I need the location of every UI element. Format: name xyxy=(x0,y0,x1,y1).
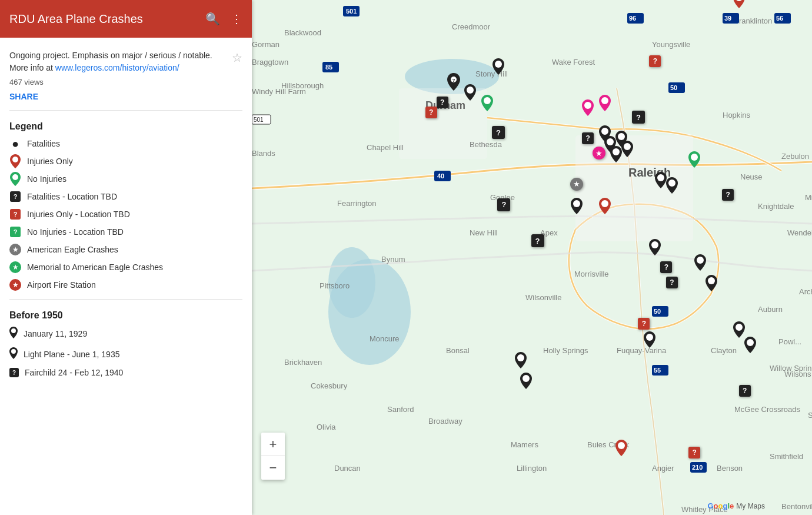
marker-east-2[interactable] xyxy=(666,177,678,196)
marker-pink-1[interactable] xyxy=(582,99,594,118)
marker-wilsons-2[interactable] xyxy=(744,337,756,355)
marker-south-3[interactable]: ? xyxy=(666,277,678,288)
svg-point-100 xyxy=(601,200,608,207)
svg-point-93 xyxy=(584,102,591,109)
share-button[interactable]: SHARE xyxy=(9,92,38,101)
legend-item-fatalities-tbd: ? Fatalities - Location TBD xyxy=(9,191,242,202)
svg-text:Zebulon: Zebulon xyxy=(781,152,809,161)
svg-text:Moncure: Moncure xyxy=(370,334,400,343)
map-area[interactable]: Durham Raleigh Bethesda Chapel Hill Apex… xyxy=(252,0,812,515)
american-eagle-label: American Eagle Crashes xyxy=(27,245,118,254)
marker-se-1[interactable] xyxy=(644,331,655,350)
marker-south-red[interactable]: ? xyxy=(638,318,650,330)
marker-south-2[interactable]: ? xyxy=(660,261,672,273)
more-options-icon[interactable]: ⋮ xyxy=(231,12,242,26)
svg-text:Auburn: Auburn xyxy=(758,305,783,314)
svg-text:Broadway: Broadway xyxy=(428,417,462,426)
list-item-jun1935[interactable]: Light Plane - June 1, 1935 xyxy=(9,347,242,361)
marker-south-1[interactable] xyxy=(649,239,661,258)
marker-tbd-1[interactable]: ? xyxy=(649,55,661,67)
marker-q-rdu[interactable]: ? xyxy=(582,132,594,144)
svg-text:Wilsonville: Wilsonville xyxy=(525,293,561,302)
website-link[interactable]: www.legeros.com/history/aviation/ xyxy=(55,63,179,72)
airport-fire-icon: ★ xyxy=(9,279,21,291)
google-branding: Google My Maps xyxy=(707,501,765,510)
svg-text:96: 96 xyxy=(629,15,636,22)
svg-text:Blackwood: Blackwood xyxy=(284,28,321,37)
legend-item-injuries-tbd: ? Injuries Only - Location TBD xyxy=(9,208,242,220)
legend-item-fatalities: ● Fatalities xyxy=(9,138,242,149)
google-logo: Google xyxy=(707,501,734,510)
marker-black-raleigh-2[interactable] xyxy=(571,198,583,217)
marker-chapel-q[interactable]: ? xyxy=(492,126,505,139)
svg-point-98 xyxy=(613,148,620,155)
marker-ral-5[interactable] xyxy=(621,141,633,160)
save-star-icon[interactable]: ☆ xyxy=(232,51,242,65)
header-actions: 🔍 ⋮ xyxy=(205,12,242,26)
injuries-tbd-icon: ? xyxy=(9,208,21,220)
marker-auburn-2[interactable] xyxy=(705,275,717,294)
list-item-jan1929[interactable]: January 11, 1929 xyxy=(9,327,242,340)
description-text: Ongoing project. Emphasis on major / ser… xyxy=(9,49,232,74)
svg-text:Olivia: Olivia xyxy=(317,423,336,431)
map-background: Durham Raleigh Bethesda Chapel Hill Apex… xyxy=(252,0,812,515)
svg-point-1 xyxy=(12,174,18,180)
svg-text:Morrisville: Morrisville xyxy=(574,270,609,278)
marker-american-eagle[interactable]: ★ xyxy=(570,178,583,191)
zoom-controls: + − xyxy=(261,433,285,480)
before-1950-title: Before 1950 xyxy=(9,310,242,321)
marker-rdu-q[interactable]: ? xyxy=(632,111,645,124)
svg-point-112 xyxy=(523,375,530,382)
marker-green-east[interactable] xyxy=(688,151,700,170)
no-injuries-label: No Injuries xyxy=(27,174,66,184)
marker-sw-1[interactable] xyxy=(515,352,527,371)
svg-text:Selma: Selma xyxy=(808,411,812,420)
marker-chapel-3[interactable] xyxy=(481,95,493,114)
marker-durham-1[interactable] xyxy=(492,58,504,77)
zoom-in-button[interactable]: + xyxy=(261,433,285,456)
marker-fearrington-q[interactable]: ? xyxy=(497,198,510,211)
list-item-feb1940[interactable]: ? Fairchild 24 - Feb 12, 1940 xyxy=(9,368,242,377)
marker-box-left-1[interactable]: ? xyxy=(437,97,448,108)
svg-text:Gorman: Gorman xyxy=(252,40,279,49)
svg-point-105 xyxy=(651,241,658,248)
marker-chapel-2[interactable] xyxy=(464,84,476,103)
marker-pink-2[interactable] xyxy=(599,95,611,114)
marker-box-left-2[interactable]: ? xyxy=(425,107,437,118)
marker-franklinton[interactable] xyxy=(733,0,745,11)
svg-text:Holly Springs: Holly Springs xyxy=(543,346,588,355)
svg-text:210: 210 xyxy=(692,464,703,471)
jun1935-label: Light Plane - June 1, 1935 xyxy=(24,350,119,359)
memorial-label: Memorial to American Eagle Crashes xyxy=(27,263,163,272)
svg-point-2 xyxy=(11,328,16,333)
marker-ral-4[interactable] xyxy=(610,146,622,165)
marker-memorial[interactable]: ★ xyxy=(593,147,605,160)
marker-lower-q1[interactable]: ? xyxy=(531,234,544,247)
svg-text:Pittsboro: Pittsboro xyxy=(320,281,350,290)
search-icon[interactable]: 🔍 xyxy=(205,12,220,26)
marker-auburn-1[interactable] xyxy=(694,254,706,273)
svg-point-0 xyxy=(12,157,18,162)
marker-south-pin-red[interactable] xyxy=(615,440,627,458)
svg-text:Fearrington: Fearrington xyxy=(337,199,376,208)
svg-text:Clayton: Clayton xyxy=(711,346,737,355)
svg-text:40: 40 xyxy=(437,172,444,180)
marker-chapel-1[interactable]: ? xyxy=(447,73,460,93)
svg-point-101 xyxy=(573,200,580,207)
zoom-out-button[interactable]: − xyxy=(261,456,285,480)
app-title: RDU Area Plane Crashes xyxy=(9,12,143,26)
marker-far-east-q[interactable]: ? xyxy=(722,189,734,201)
marker-wilsons-1[interactable] xyxy=(733,321,745,340)
fatalities-tbd-label: Fatalities - Location TBD xyxy=(27,192,117,201)
svg-text:Smithfield: Smithfield xyxy=(770,452,803,461)
marker-sw-2[interactable] xyxy=(520,373,532,391)
american-eagle-icon: ★ xyxy=(9,244,21,255)
injuries-tbd-label: Injuries Only - Location TBD xyxy=(27,210,130,219)
marker-benson-red[interactable]: ? xyxy=(688,447,700,458)
svg-point-110 xyxy=(747,339,754,346)
svg-point-97 xyxy=(618,133,625,140)
marker-red-raleigh[interactable] xyxy=(599,198,611,217)
marker-se-q[interactable]: ? xyxy=(739,385,751,397)
svg-text:39: 39 xyxy=(724,15,731,22)
marker-east-1[interactable] xyxy=(655,172,667,191)
